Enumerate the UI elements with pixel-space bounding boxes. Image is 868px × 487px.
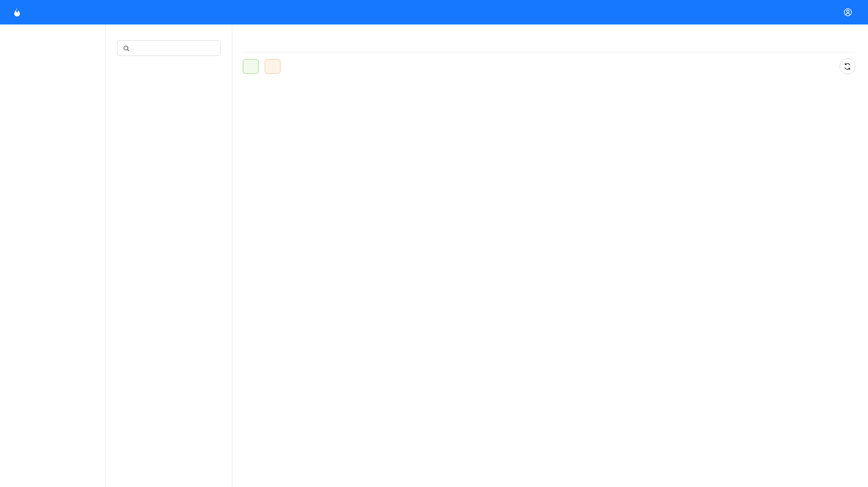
import-button[interactable] — [243, 59, 259, 74]
location-search-input[interactable] — [134, 45, 215, 52]
user-menu[interactable] — [843, 7, 857, 17]
app-header — [0, 0, 868, 24]
filter-bar — [243, 24, 855, 52]
export-button[interactable] — [265, 59, 280, 74]
location-panel — [106, 24, 232, 487]
refresh-button[interactable] — [840, 59, 855, 74]
brand — [11, 7, 28, 18]
avatar-icon — [843, 7, 853, 17]
search-icon — [122, 45, 130, 52]
refresh-icon — [843, 62, 852, 71]
sidebar — [0, 24, 106, 487]
toolbar — [243, 59, 855, 74]
main-content — [232, 24, 868, 487]
location-search — [117, 40, 220, 56]
flame-logo-icon — [11, 7, 23, 18]
